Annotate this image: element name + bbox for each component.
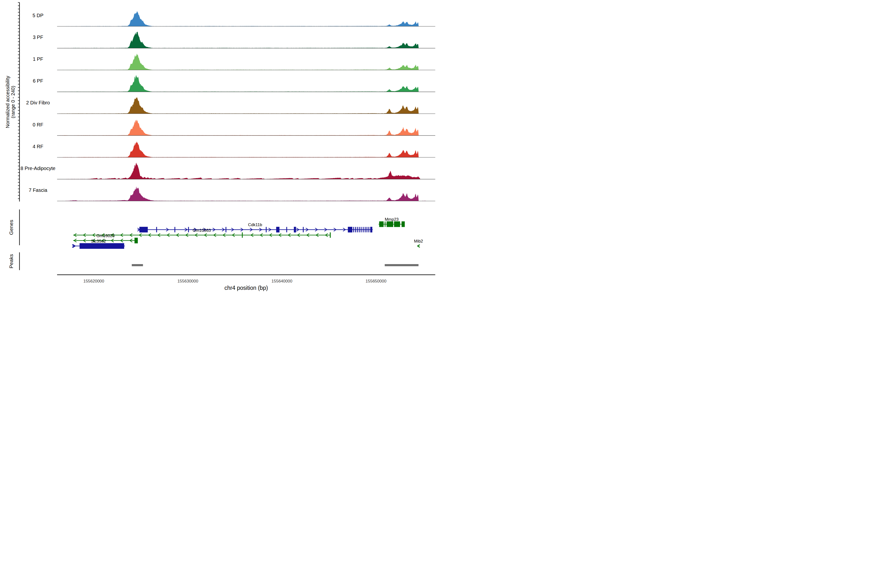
coverage-track-7-fascia: 7 Fascia [28, 186, 435, 201]
x-tick-label: 155640000 [272, 279, 292, 284]
gene-exon-tick [357, 227, 358, 232]
track-label: 8 Pre-Adipocyte [21, 166, 56, 171]
gene-label: Gm16023 [96, 234, 115, 238]
gene-exon-tick [242, 232, 243, 238]
gene-exon-tick [361, 227, 362, 232]
gene-label: Mib2 [414, 239, 423, 243]
y-axis-label-line2: (range 0 - 240) [10, 86, 16, 118]
track-label: 4 RF [33, 144, 43, 149]
gene-exon-tick [286, 227, 287, 232]
coverage-track-1-pf: 1 PF [33, 53, 435, 70]
coverage-track-2-div-fibro: 2 Div Fibro [26, 97, 435, 114]
coverage-signal [59, 32, 434, 48]
gene-exon-tick [225, 227, 226, 232]
track-label: 3 PF [33, 34, 43, 40]
coverage-signal [59, 141, 434, 157]
gene-model-mmp23: Mmp23 [378, 217, 405, 227]
track-label: 7 Fascia [28, 188, 47, 193]
genes-section-label: Genes [8, 220, 14, 235]
gene-exon-tick [385, 222, 386, 227]
gene-exon-tick [369, 227, 369, 232]
gene-exon-tick [355, 227, 356, 232]
coverage-signal [59, 97, 434, 114]
gene-exon-tick [366, 227, 367, 232]
track-label: 2 Div Fibro [26, 100, 50, 105]
gene-exon-box [276, 227, 279, 232]
x-tick-label: 155650000 [366, 279, 386, 284]
gene-exon-box [387, 222, 393, 227]
gene-exon-tick [353, 227, 354, 232]
gene-exon-tick [365, 227, 366, 232]
gene-exon-tick [188, 227, 189, 232]
gene-exon-tick [174, 227, 175, 232]
coverage-signal [59, 120, 434, 135]
peaks-section-label: Peaks [8, 254, 14, 268]
y-axis-label-line1: Normalized accessibility [5, 76, 10, 128]
coverage-track-6-pf: 6 PF [33, 75, 435, 92]
coverage-track-3-pf: 3 PF [33, 32, 435, 48]
gene-label: Mmp23 [385, 217, 399, 222]
x-axis-title: chr4 position (bp) [224, 285, 268, 291]
gene-exon-tick [266, 227, 267, 232]
gene-label: Gm10563 [193, 228, 211, 233]
gene-label: Cdk11b [248, 222, 262, 227]
coverage-track-8-pre-adipocyte: 8 Pre-Adipocyte [21, 163, 435, 179]
coverage-track-4-rf: 4 RF [33, 141, 435, 157]
peaks-track [132, 264, 418, 266]
gene-exon-box [379, 222, 384, 227]
gene-exon-box [140, 227, 148, 232]
coverage-track-5-dp: 5 DP [33, 11, 435, 27]
coverage-plot-svg: 5 DP3 PF1 PF6 PF2 Div Fibro0 RF4 RF8 Pre… [0, 0, 441, 294]
coverage-signal [59, 186, 434, 201]
coverage-signal [59, 163, 434, 179]
gene-exon-box [394, 222, 400, 227]
left-axis-decorations: Normalized accessibility(range 0 - 240)G… [5, 3, 20, 270]
gene-exon-box [402, 222, 405, 227]
gene-model-mib2: Mib2 [414, 239, 423, 248]
track-label: 6 PF [33, 78, 43, 84]
gene-model-cdk11b: Cdk11b [138, 222, 373, 232]
gene-exon-tick [363, 227, 364, 232]
gene-exon-tick [303, 227, 303, 232]
coverage-signal [59, 11, 434, 27]
coverage-signal [59, 53, 434, 70]
track-label: 5 DP [33, 13, 44, 18]
track-label: 1 PF [33, 56, 43, 62]
x-axis: 155620000155630000155640000155650000chr4… [57, 275, 435, 291]
genome-browser-figure: 5 DP3 PF1 PF6 PF2 Div Fibro0 RF4 RF8 Pre… [0, 0, 441, 294]
peak-interval-bar [385, 264, 418, 266]
gene-exon-tick [359, 227, 360, 232]
coverage-track-0-rf: 0 RF [33, 120, 435, 135]
x-tick-label: 155630000 [177, 279, 198, 284]
gene-end-bar [330, 232, 331, 238]
gene-exon-box [135, 238, 138, 243]
gene-exon-box [348, 227, 352, 232]
coverage-signal [59, 75, 434, 92]
x-tick-label: 155620000 [83, 279, 104, 284]
gene-exon-box [370, 227, 372, 232]
peak-interval-bar [132, 264, 143, 266]
gene-label: Slc35e2 [91, 239, 106, 243]
track-label: 0 RF [33, 122, 43, 128]
gene-exon-box [80, 243, 124, 249]
gene-exon-tick [156, 227, 157, 232]
gene-exon-box [294, 227, 296, 232]
